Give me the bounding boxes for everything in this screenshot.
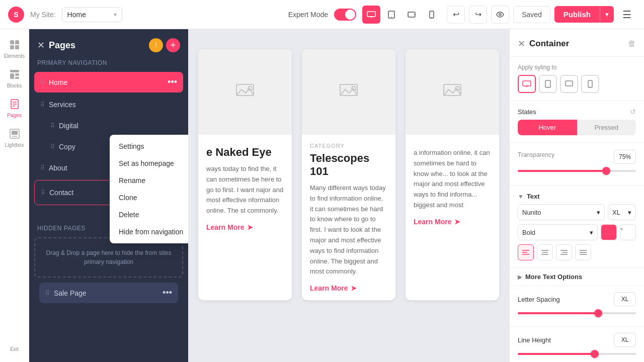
view-tablet-btn[interactable] (382, 6, 400, 24)
font-row: Nunito ▾ XL ▾ (518, 204, 636, 220)
card-2-category: CATEGORY (310, 143, 387, 149)
expert-mode-label: Expert Mode (288, 11, 328, 19)
more-options-caret: ▶ (518, 274, 522, 281)
sidebar-item-elements[interactable]: Elements (3, 35, 26, 63)
view-controls (362, 6, 441, 24)
site-dropdown[interactable]: Home ▾ (62, 7, 122, 22)
text-section-caret[interactable]: ▼ (518, 193, 524, 200)
card-3-link[interactable]: Learn More ➤ (414, 218, 491, 226)
saved-button[interactable]: Saved (513, 6, 550, 23)
card-1: e Naked Eye ways today to find the, it c… (198, 49, 292, 300)
align-left-btn[interactable] (518, 244, 534, 260)
publish-chevron-btn[interactable]: ▾ (600, 6, 614, 23)
letter-spacing-slider[interactable] (518, 312, 636, 314)
page-more-btn-sale[interactable]: ••• (163, 288, 172, 298)
align-center-btn[interactable] (537, 244, 553, 260)
right-panel-close-btn[interactable]: ✕ (518, 38, 525, 49)
apply-styling-label: Apply syling to (518, 64, 636, 71)
page-item-home[interactable]: ⠿ Home ••• (34, 72, 183, 93)
pages-panel-header: ✕ Pages ! + (29, 29, 188, 59)
state-hover-tab[interactable]: Hover (518, 120, 577, 135)
ctx-delete[interactable]: Delete (110, 206, 188, 223)
card-2-text: Many different ways today to find inform… (310, 183, 387, 277)
pages-icon (9, 99, 20, 111)
add-page-btn[interactable]: + (166, 38, 180, 52)
drag-handle-icon: ⠿ (40, 79, 45, 86)
card-2-body: CATEGORY Telescopes 101 Many different w… (302, 135, 395, 300)
menu-button[interactable]: ☰ (618, 6, 636, 24)
card-1-image (198, 49, 292, 135)
site-logo: S (8, 7, 24, 23)
transparency-slider[interactable] (518, 170, 636, 172)
sidebar-item-pages[interactable]: Pages (3, 95, 26, 122)
view-mobile-h-btn[interactable] (403, 6, 421, 24)
apply-desktop-sm-btn[interactable] (560, 75, 578, 93)
notification-badge[interactable]: ! (149, 38, 163, 52)
publish-button[interactable]: Publish (554, 6, 600, 23)
primary-nav-label: Primary Navigation (29, 59, 188, 70)
align-justify-btn[interactable] (575, 244, 591, 260)
svg-rect-23 (12, 131, 18, 135)
apply-desktop-btn[interactable] (518, 75, 536, 93)
expert-mode-toggle[interactable] (334, 9, 356, 21)
transparency-value: 75% (614, 150, 636, 164)
card-3-text: a information online, it can sometimes b… (414, 148, 491, 211)
align-right-btn[interactable] (556, 244, 572, 260)
ctx-clone[interactable]: Clone (110, 189, 188, 206)
view-desktop-btn[interactable] (362, 6, 380, 24)
ctx-set-homepage[interactable]: Set as homepage (110, 155, 188, 172)
sidebar-item-blocks[interactable]: Blocks (3, 65, 26, 93)
chevron-down-icon: ▾ (590, 229, 593, 236)
card-3: a information online, it can sometimes b… (406, 49, 499, 300)
page-item-services[interactable]: ⠿ Services (34, 96, 183, 114)
svg-point-9 (499, 14, 501, 16)
letter-spacing-value: XL (614, 292, 636, 306)
arrow-right-icon: ➤ (454, 218, 460, 226)
sidebar-item-lightbox[interactable]: Lightbox (3, 124, 26, 152)
card-2-link[interactable]: Learn More ➤ (310, 284, 387, 292)
svg-point-4 (391, 17, 392, 18)
card-2-title: Telescopes 101 (310, 152, 387, 178)
font-size-select[interactable]: XL ▾ (608, 204, 636, 220)
pages-panel: ✕ Pages ! + Primary Navigation ⠿ Home ••… (29, 29, 188, 362)
drag-handle-icon: ⠿ (40, 101, 45, 108)
chevron-down-icon: ▾ (628, 209, 631, 216)
undo-btn[interactable]: ↩ (447, 6, 465, 24)
states-reset-btn[interactable]: ↺ (630, 108, 636, 116)
color-picker-expand-btn[interactable]: ▾ (620, 224, 636, 240)
drag-handle-icon: ⠿ (45, 290, 50, 297)
ctx-rename[interactable]: Rename (110, 172, 188, 189)
apply-styling-section: Apply syling to (510, 57, 644, 101)
ctx-hide-nav[interactable]: Hide from navigation (110, 223, 188, 240)
drop-zone[interactable]: Drag & Drop a page here to hide the from… (34, 237, 183, 278)
more-text-options-row[interactable]: ▶ More Text Options (510, 268, 644, 286)
right-panel-trash-btn[interactable]: 🗑 (628, 39, 636, 48)
exit-button[interactable]: Exit (3, 342, 26, 356)
font-color-btn[interactable] (601, 224, 617, 240)
card-3-body: a information online, it can sometimes b… (406, 135, 499, 234)
font-weight-select[interactable]: Bold ▾ (518, 224, 598, 240)
cards-container: e Naked Eye ways today to find the, it c… (198, 49, 499, 300)
preview-btn[interactable] (491, 6, 509, 24)
svg-rect-39 (566, 81, 573, 86)
apply-mobile-btn[interactable] (581, 75, 599, 93)
card-1-link[interactable]: Learn More ➤ (206, 223, 284, 231)
drag-handle-icon: ⠿ (41, 189, 45, 196)
page-item-digital[interactable]: ⠿ Digital (44, 117, 183, 135)
apply-tablet-btn[interactable] (539, 75, 557, 93)
align-row (518, 244, 636, 260)
card-1-title: e Naked Eye (206, 146, 284, 159)
svg-rect-17 (15, 77, 19, 79)
state-pressed-tab[interactable]: Pressed (577, 120, 636, 135)
editing-area: e Naked Eye ways today to find the, it c… (188, 29, 509, 362)
line-height-slider[interactable] (518, 353, 636, 355)
redo-btn[interactable]: ↪ (469, 6, 487, 24)
ctx-settings[interactable]: Settings (110, 138, 188, 155)
page-item-sale[interactable]: ⠿ Sale Page ••• (39, 283, 178, 303)
svg-rect-10 (10, 40, 14, 44)
pages-panel-close-btn[interactable]: ✕ (37, 40, 45, 51)
view-mobile-v-btn[interactable] (423, 6, 441, 24)
right-panel: ✕ Container 🗑 Apply syling to (509, 29, 644, 362)
page-more-btn-home[interactable]: ••• (168, 77, 177, 87)
font-family-select[interactable]: Nunito ▾ (518, 204, 605, 220)
